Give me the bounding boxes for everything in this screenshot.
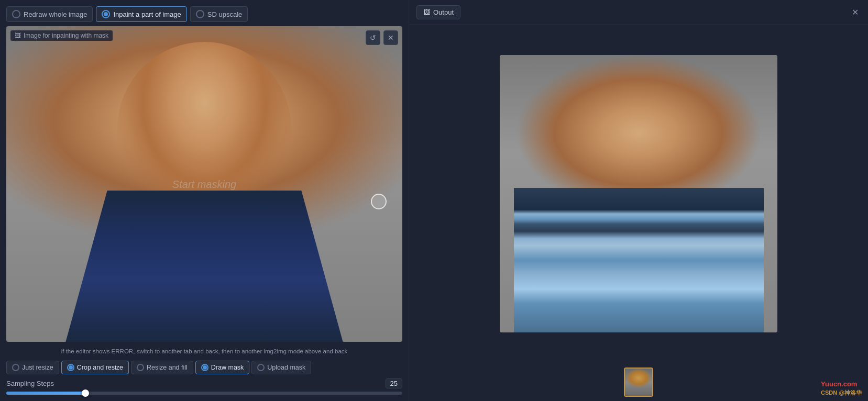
right-panel: 🖼 Output ✕ Yuucn.com CSDN @神洛华 xyxy=(409,0,868,401)
close-output-button[interactable]: ✕ xyxy=(849,7,861,18)
sampling-steps-label: Sampling Steps xyxy=(6,380,54,387)
sd-upscale-tab[interactable]: SD upscale xyxy=(190,6,248,22)
thumbnail-photo xyxy=(625,369,652,396)
output-thumbnail[interactable] xyxy=(624,367,653,397)
redraw-radio-circle xyxy=(12,10,20,18)
sampling-steps-section: Sampling Steps 25 xyxy=(6,378,402,395)
sd-upscale-radio-circle xyxy=(196,10,204,18)
thumbnail-strip xyxy=(409,362,868,401)
redraw-whole-image-tab[interactable]: Redraw whole image xyxy=(6,6,93,22)
crop-resize-radio xyxy=(67,364,74,371)
output-image-area xyxy=(409,25,868,362)
image-label-icon: 🖼 xyxy=(15,32,21,39)
output-photo xyxy=(500,55,777,332)
draw-mask-label: Draw mask xyxy=(211,364,244,371)
just-resize-label: Just resize xyxy=(22,364,53,371)
watermark-site: Yuucn.com xyxy=(821,380,862,388)
image-canvas-area[interactable]: 🖼 Image for inpainting with mask ↺ ✕ Sta… xyxy=(6,26,402,342)
slider-header: Sampling Steps 25 xyxy=(6,378,402,388)
draw-mask-tab[interactable]: Draw mask xyxy=(195,361,250,374)
output-header: 🖼 Output ✕ xyxy=(409,0,868,25)
image-controls: ↺ ✕ xyxy=(366,30,398,45)
just-resize-radio xyxy=(12,364,19,371)
crop-resize-label: Crop and resize xyxy=(77,364,123,371)
sampling-steps-value: 25 xyxy=(386,378,402,388)
slider-thumb[interactable] xyxy=(82,389,89,397)
resize-fill-tab[interactable]: Resize and fill xyxy=(131,361,193,374)
resize-fill-label: Resize and fill xyxy=(147,364,188,371)
mode-tabs: Redraw whole image Inpaint a part of ima… xyxy=(6,6,402,22)
slider-fill xyxy=(6,392,85,395)
just-resize-tab[interactable]: Just resize xyxy=(6,361,59,374)
error-hint-text: if the editor shows ERROR, switch to ano… xyxy=(6,346,402,357)
output-tab-label: Output xyxy=(433,8,454,16)
input-photo: Start masking xyxy=(6,26,402,342)
reset-button[interactable]: ↺ xyxy=(366,30,380,45)
sd-upscale-label: SD upscale xyxy=(207,10,242,18)
output-tab[interactable]: 🖼 Output xyxy=(416,5,460,19)
portrait-container: Start masking xyxy=(6,26,402,342)
image-label-text: Image for inpainting with mask xyxy=(24,32,108,39)
image-label: 🖼 Image for inpainting with mask xyxy=(10,30,113,41)
draw-mask-radio xyxy=(201,364,208,371)
start-masking-text: Start masking xyxy=(172,178,236,190)
sampling-steps-slider[interactable] xyxy=(6,392,402,395)
output-portrait xyxy=(500,55,777,332)
resize-fill-radio xyxy=(137,364,144,371)
inpaint-label: Inpaint a part of image xyxy=(113,10,181,18)
crop-resize-tab[interactable]: Crop and resize xyxy=(61,361,129,374)
inpaint-part-tab[interactable]: Inpaint a part of image xyxy=(96,6,186,22)
output-tab-icon: 🖼 xyxy=(423,8,430,16)
close-image-button[interactable]: ✕ xyxy=(383,30,398,45)
watermark-author: CSDN @神洛华 xyxy=(821,389,862,397)
brush-cursor-indicator xyxy=(371,194,387,209)
redraw-label: Redraw whole image xyxy=(24,10,87,18)
upload-mask-label: Upload mask xyxy=(267,364,305,371)
resize-mode-tabs: Just resize Crop and resize Resize and f… xyxy=(6,361,402,374)
inpaint-radio-circle xyxy=(102,10,110,18)
upload-mask-tab[interactable]: Upload mask xyxy=(251,361,311,374)
watermark: Yuucn.com CSDN @神洛华 xyxy=(821,380,862,397)
upload-mask-radio xyxy=(257,364,265,371)
left-panel: Redraw whole image Inpaint a part of ima… xyxy=(0,0,409,401)
